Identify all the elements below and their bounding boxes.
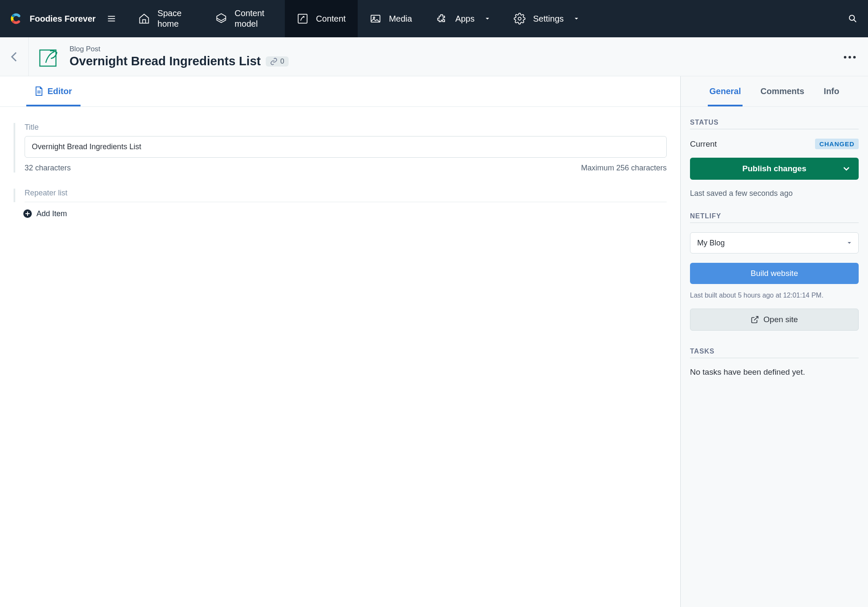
nav-label: Settings [533,14,564,24]
more-actions-button[interactable] [832,53,868,61]
svg-point-8 [518,17,521,20]
entry-header: Blog Post Overnight Bread Ingredients Li… [0,37,868,76]
brand-name: Foodies Forever [30,14,96,24]
title-label: Title [25,123,667,132]
last-built-text: Last built about 5 hours ago at 12:01:14… [690,292,859,299]
dots-horizontal-icon [843,56,856,59]
main-tabs: Editor [0,76,680,107]
title-field: Title 32 characters Maximum 256 characte… [0,107,680,173]
entry-title: Overnight Bread Ingredients List 0 [70,54,289,68]
section-tasks-heading: Tasks [690,348,859,358]
tasks-empty-text: No tasks have been defined yet. [690,368,859,377]
status-current-label: Current [690,139,717,149]
top-nav: Foodies Forever Space home Content model… [0,0,868,37]
publish-button[interactable]: Publish changes [690,158,859,180]
open-site-button[interactable]: Open site [690,309,859,331]
caret-down-icon [574,16,579,21]
status-changed-badge: CHANGED [815,139,859,149]
nav-media[interactable]: Media [358,0,424,37]
side-body: Status Current CHANGED Publish changes L… [681,107,868,389]
references-badge[interactable]: 0 [266,56,288,67]
tab-comments[interactable]: Comments [759,86,806,106]
nav-label: Apps [455,14,475,24]
gear-icon [514,13,526,25]
svg-point-7 [373,17,375,19]
menu-icon[interactable] [107,14,116,23]
nav-space-home[interactable]: Space home [126,0,203,37]
entry-heading: Blog Post Overnight Bread Ingredients Li… [70,45,289,68]
netlify-site-selected: My Blog [697,239,725,248]
publish-label: Publish changes [743,164,807,173]
svg-point-1 [12,20,14,23]
svg-rect-5 [298,14,307,23]
content-icon [297,13,309,25]
build-website-button[interactable]: Build website [690,263,859,284]
chevron-down-icon [843,165,850,173]
nav-label: Content model [235,8,273,29]
search-icon [848,14,858,24]
divider [25,202,667,202]
add-item-label: Add Item [36,209,67,218]
tab-general[interactable]: General [708,86,743,106]
tab-info[interactable]: Info [822,86,841,106]
svg-point-9 [849,15,854,20]
back-button[interactable] [0,37,29,76]
nav-settings[interactable]: Settings [502,0,591,37]
add-item-button[interactable]: Add Item [14,209,667,218]
caret-down-icon [847,241,851,245]
repeater-label: Repeater list [25,189,667,198]
repeater-field: Repeater list Add Item [0,173,680,218]
media-icon [370,13,381,25]
title-input[interactable] [25,136,667,158]
last-saved-text: Last saved a few seconds ago [690,189,859,198]
content-area: Editor Title 32 characters Maximum 256 c… [0,76,868,607]
search-button[interactable] [837,0,868,37]
nav-label: Media [389,14,412,24]
main-column: Editor Title 32 characters Maximum 256 c… [0,76,681,607]
open-site-label: Open site [763,315,798,324]
entry-title-text: Overnight Bread Ingredients List [70,54,261,68]
plus-circle-icon [23,209,32,218]
netlify-site-select[interactable]: My Blog [690,232,859,253]
svg-point-0 [12,14,14,17]
caret-down-icon [485,16,490,21]
svg-line-20 [754,317,758,320]
side-panel: General Comments Info Status Current CHA… [681,76,868,607]
svg-point-12 [844,56,846,58]
char-max: Maximum 256 characters [581,164,667,173]
tab-label: Editor [47,86,72,96]
svg-point-13 [849,56,851,58]
home-icon [138,13,150,25]
external-link-icon [751,315,759,324]
svg-line-10 [854,20,857,22]
entry-type-label: Blog Post [70,45,289,53]
char-count: 32 characters [25,164,71,173]
chevron-left-icon [10,51,19,63]
model-icon [215,13,227,25]
tab-editor[interactable]: Editor [26,86,81,106]
nav-label: Space home [158,8,192,29]
side-tabs: General Comments Info [681,76,868,107]
nav-label: Content [316,14,346,24]
brand: Foodies Forever [0,0,126,37]
entry-type-icon [38,46,60,68]
apps-icon [436,13,448,25]
svg-point-14 [853,56,856,58]
nav-content-model[interactable]: Content model [203,0,285,37]
nav-content[interactable]: Content [285,0,358,37]
nav-apps[interactable]: Apps [424,0,502,37]
link-count: 0 [280,57,284,66]
contentful-logo-icon [10,13,22,25]
link-icon [270,58,278,65]
section-netlify-heading: Netlify [690,212,859,223]
document-icon [35,86,43,96]
status-row: Current CHANGED [690,139,859,149]
section-status-heading: Status [690,119,859,129]
